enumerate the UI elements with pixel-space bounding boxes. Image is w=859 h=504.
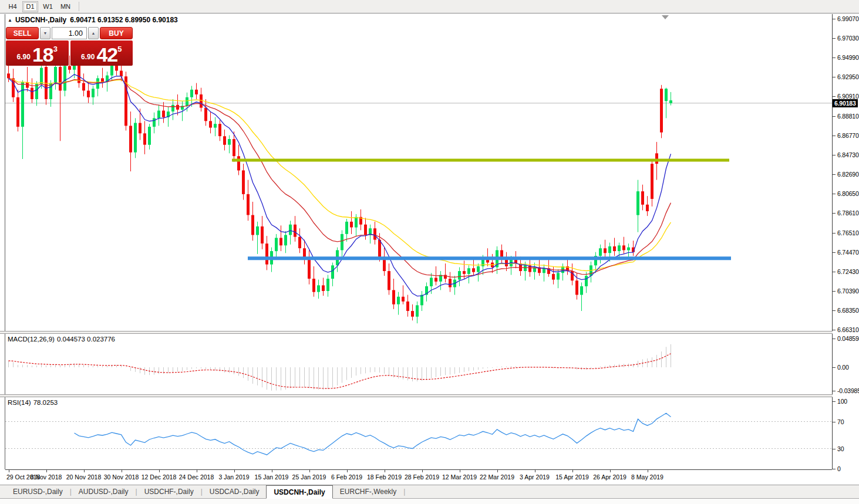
time-tick-label: 18 Feb 2019 — [367, 473, 402, 481]
time-tick — [309, 470, 310, 472]
time-axis[interactable]: 29 Oct 20188 Nov 201820 Nov 201830 Nov 2… — [5, 469, 832, 485]
chevron-up-icon: ▲ — [92, 31, 96, 35]
background-window-strip — [0, 498, 859, 504]
chart-tab-bar: EURUSD-,Daily | AUDUSD-,Daily | USDCHF-,… — [0, 485, 859, 498]
price-tick-label: 6.80650 — [833, 190, 859, 198]
sell-price-pip: 3 — [53, 45, 58, 53]
volume-decrease-button[interactable]: ▼ — [40, 27, 50, 39]
volume-input[interactable] — [52, 27, 87, 39]
volume-increase-button[interactable]: ▲ — [88, 27, 99, 39]
macd-indicator-name: MACD(12,26,9) — [8, 336, 55, 343]
price-tick-label: 6.78610 — [833, 209, 859, 217]
macd-chart[interactable] — [5, 334, 832, 394]
timeframe-d1-button[interactable]: D1 — [22, 1, 38, 12]
buy-price-pip: 5 — [117, 45, 122, 53]
time-tick-label: 8 May 2019 — [631, 473, 663, 481]
price-tick-label: 6.68350 — [833, 306, 859, 314]
chart-symbol-label: USDCNH-,Daily — [15, 16, 66, 24]
time-tick-label: 12 Mar 2019 — [442, 473, 477, 481]
price-tick-label: 6.82690 — [833, 170, 859, 178]
time-tick-label: 8 Nov 2018 — [31, 473, 62, 481]
time-tick-label: 28 Feb 2019 — [405, 473, 439, 481]
current-price-badge: 6.90183 — [833, 99, 858, 107]
price-tick-label: 6.70390 — [833, 287, 859, 295]
time-tick — [648, 470, 648, 472]
price-tick-label: 6.97030 — [833, 34, 859, 42]
sell-price-display[interactable]: 6.90 18 3 — [6, 40, 69, 66]
time-tick-label: 20 Nov 2018 — [66, 473, 102, 481]
price-tick-label: 6.76510 — [833, 229, 859, 237]
time-tick — [197, 470, 197, 472]
tab-usdcnh-daily[interactable]: USDCNH-,Daily — [266, 485, 332, 499]
time-tick — [84, 470, 85, 472]
price-tick-label: 6.94990 — [833, 53, 859, 62]
tab-eurchf-weekly[interactable]: EURCHF-,Weekly — [333, 485, 403, 498]
time-tick — [122, 470, 122, 472]
rsi-tick-label: 100 — [833, 397, 847, 405]
price-tick-label: 6.99070 — [833, 15, 859, 23]
rsi-tick-label: 0 — [833, 465, 841, 473]
time-tick — [46, 470, 47, 472]
time-tick-label: 25 Jan 2019 — [292, 473, 326, 481]
time-tick-label: 15 Jan 2019 — [255, 473, 289, 481]
rsi-indicator-value: 78.0253 — [33, 399, 58, 406]
sell-price-big: 18 — [32, 46, 53, 64]
macd-tick-label: 0.048594 — [833, 334, 859, 343]
trade-panel-collapse-icon[interactable]: ▲ — [8, 18, 12, 23]
time-tick-label: 12 Dec 2018 — [142, 473, 177, 481]
rsi-indicator-name: RSI(14) — [8, 399, 31, 406]
tab-usdchf-daily[interactable]: USDCHF-,Daily — [137, 485, 201, 498]
rsi-chart[interactable] — [5, 397, 832, 469]
tab-eurusd-daily[interactable]: EURUSD-,Daily — [6, 485, 70, 498]
time-tick — [9, 470, 9, 472]
price-tick-label: 6.84730 — [833, 151, 859, 159]
time-tick — [422, 470, 423, 472]
toolbar-separator — [79, 2, 79, 11]
time-tick-label: 3 Apr 2019 — [520, 473, 550, 481]
time-tick-label: 15 Apr 2019 — [555, 473, 589, 481]
timeframe-h4-button[interactable]: H4 — [5, 1, 21, 12]
timeframe-mn-button[interactable]: MN — [58, 1, 73, 12]
buy-price-prefix: 6.90 — [81, 53, 95, 61]
time-tick-label: 30 Nov 2018 — [104, 473, 139, 481]
time-tick-label: 22 Mar 2019 — [480, 473, 514, 481]
macd-label: MACD(12,26,9)0.044573 0.023776 — [8, 336, 115, 343]
chart-ohlc-values: 6.90471 6.91352 6.89950 6.90183 — [70, 16, 178, 24]
tab-audusd-daily[interactable]: AUDUSD-,Daily — [72, 485, 136, 498]
time-tick — [535, 470, 535, 472]
price-tick-label: 6.74470 — [833, 248, 859, 256]
macd-tick-label: -0.039856 — [833, 387, 859, 395]
sell-button[interactable]: SELL — [6, 27, 39, 39]
time-tick-label: 3 Jan 2019 — [219, 473, 250, 481]
time-tick-label: 24 Dec 2018 — [179, 473, 214, 481]
buy-price-big: 42 — [96, 46, 117, 64]
one-click-trading-panel: SELL ▼ ▲ BUY 6.90 18 3 6.90 42 5 — [6, 27, 133, 66]
time-tick — [572, 470, 573, 472]
time-tick — [159, 470, 160, 472]
time-tick — [610, 470, 611, 472]
tab-separator: | — [403, 488, 405, 496]
sell-price-prefix: 6.90 — [17, 53, 31, 61]
rsi-tick-label: 70 — [833, 418, 844, 426]
buy-button[interactable]: BUY — [100, 27, 133, 39]
time-tick — [234, 470, 235, 472]
price-axis[interactable]: 6.990706.970306.949906.929506.909106.888… — [833, 14, 859, 469]
time-tick — [272, 470, 272, 472]
timeframe-toolbar: H4 D1 W1 MN — [0, 0, 859, 13]
chart-title: ▲USDCNH-,Daily6.90471 6.91352 6.89950 6.… — [8, 16, 178, 24]
buy-price-display[interactable]: 6.90 42 5 — [70, 40, 133, 66]
rsi-label: RSI(14)78.0253 — [8, 399, 58, 406]
chevron-down-icon: ▼ — [43, 31, 48, 35]
price-tick-label: 6.86770 — [833, 131, 859, 140]
rsi-tick-label: 30 — [833, 445, 844, 453]
timeframe-w1-button[interactable]: W1 — [40, 1, 56, 12]
time-tick — [347, 470, 348, 472]
time-tick-label: 26 Apr 2019 — [593, 473, 626, 481]
price-tick-label: 6.88810 — [833, 112, 859, 120]
time-tick-label: 6 Feb 2019 — [331, 473, 362, 481]
tab-usdcad-daily[interactable]: USDCAD-,Daily — [203, 485, 267, 498]
trading-terminal: H4 D1 W1 MN ▲USDCNH-,Daily6.90471 6.9135… — [0, 0, 859, 504]
price-tick-label: 6.92950 — [833, 73, 859, 81]
price-tick-label: 6.72430 — [833, 268, 859, 276]
macd-indicator-values: 0.044573 0.023776 — [57, 336, 115, 343]
